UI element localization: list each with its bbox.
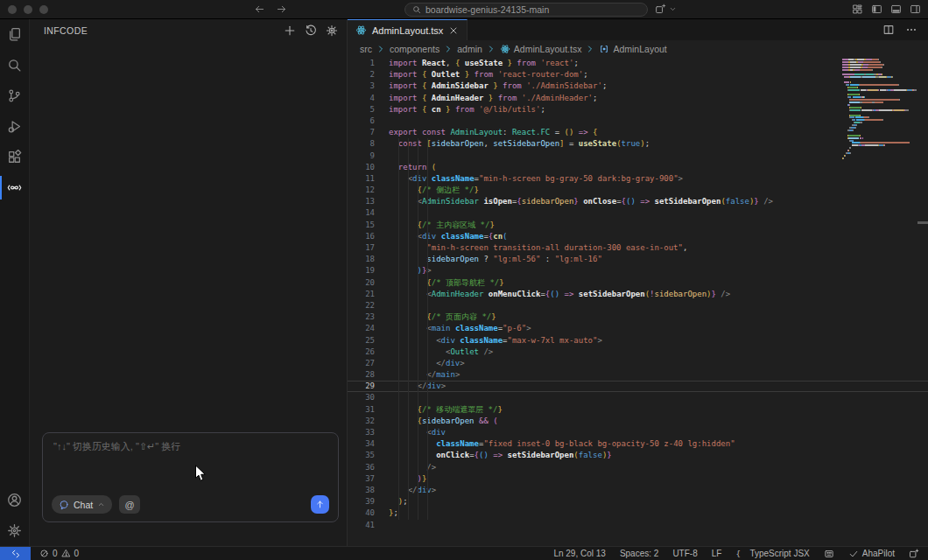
status-item[interactable]: [824, 549, 834, 559]
code-line: 21 <AdminHeader onMenuClick={() => setSi…: [348, 289, 928, 300]
problems-status[interactable]: 0 0: [31, 549, 88, 558]
chat-mode-label: Chat: [74, 500, 93, 510]
activity-item-source-control[interactable]: [0, 80, 29, 111]
code-line: 25 <div className="max-w-7xl mx-auto">: [348, 335, 928, 346]
new-chat-icon[interactable]: [284, 24, 296, 37]
sidebar-header: INFCODE: [30, 19, 347, 42]
workbench: INFCODE Chat @: [0, 19, 928, 546]
status-item-ln-29-col-13[interactable]: Ln 29, Col 13: [553, 549, 606, 558]
breadcrumb-item[interactable]: AdminLayout.tsx: [500, 44, 582, 54]
line-number: 38: [348, 485, 375, 496]
status-bar: 0 0 Ln 29, Col 13Spaces: 2UTF-8LF{ }Type…: [0, 546, 928, 560]
code-line: 3import { AdminSidebar } from './AdminSi…: [348, 80, 928, 92]
breadcrumb-item[interactable]: admin: [457, 44, 482, 54]
code-line: 29 </div>: [348, 381, 928, 392]
search-value: boardwise-genius-24135-main: [425, 4, 549, 15]
tab-label: AdminLayout.tsx: [372, 25, 443, 36]
code-line: 15 {/* 主内容区域 */}: [348, 220, 928, 231]
line-number: 33: [348, 427, 375, 438]
code-line: 5import { cn } from '@/lib/utils';: [348, 104, 928, 116]
back-icon[interactable]: [254, 4, 265, 15]
code-line: 23 {/* 页面内容 */}: [348, 312, 928, 323]
line-number: 27: [348, 358, 375, 369]
command-center-search[interactable]: boardwise-genius-24135-main: [404, 3, 648, 17]
code-line: 12 {/* 侧边栏 */}: [348, 185, 928, 196]
mention-button[interactable]: @: [119, 495, 140, 514]
chevron-right-icon: [486, 44, 496, 54]
minimize-window-button[interactable]: [24, 5, 32, 14]
status-item-spaces-2[interactable]: Spaces: 2: [620, 549, 658, 558]
activity-item-infcode[interactable]: [0, 172, 29, 203]
activity-item-explorer[interactable]: [0, 19, 29, 50]
activity-item-run-debug[interactable]: [0, 111, 29, 142]
code-editor[interactable]: 1import React, { useState } from 'react'…: [348, 58, 928, 546]
minimap[interactable]: [842, 59, 919, 163]
line-number: 11: [348, 173, 375, 185]
line-number: 35: [348, 450, 375, 461]
customize-layout-icon[interactable]: [852, 4, 863, 15]
breadcrumb: srccomponentsadminAdminLayout.tsxAdminLa…: [348, 40, 928, 58]
chat-mode-dropdown[interactable]: Chat: [52, 495, 112, 514]
toggle-sidebar-icon[interactable]: [871, 4, 882, 15]
close-tab-icon[interactable]: [448, 25, 459, 36]
code-line: 30: [348, 392, 928, 403]
tab-adminlayout[interactable]: AdminLayout.tsx: [348, 19, 468, 40]
error-icon: [39, 549, 49, 558]
chat-input[interactable]: [53, 440, 327, 480]
line-number: 12: [348, 185, 375, 196]
status-item-ahapilot[interactable]: AhaPilot: [848, 549, 895, 559]
history-icon[interactable]: [305, 24, 317, 37]
code-line: 33 <div: [348, 427, 928, 438]
breadcrumb-item[interactable]: src: [360, 44, 372, 54]
toggle-panel-icon[interactable]: [890, 4, 902, 15]
remote-indicator[interactable]: [0, 547, 31, 560]
settings-icon[interactable]: [326, 24, 338, 37]
activity-bar-bottom: [0, 485, 29, 546]
chevron-down-icon[interactable]: [669, 5, 677, 13]
breadcrumb-item[interactable]: AdminLayout: [599, 44, 666, 54]
status-item-typescript-jsx[interactable]: { }TypeScript JSX: [735, 549, 809, 559]
status-item-utf-8[interactable]: UTF-8: [672, 549, 697, 558]
chevron-up-icon: [97, 500, 105, 508]
activity-item-search[interactable]: [0, 50, 29, 80]
status-item-lf[interactable]: LF: [712, 549, 722, 558]
code-line: 13 <AdminSidebar isOpen={sidebarOpen} on…: [348, 196, 928, 207]
line-number: 34: [348, 438, 375, 450]
zoom-window-button[interactable]: [39, 5, 48, 14]
source-control-icon: [7, 88, 22, 103]
code-line: 26 <Outlet />: [348, 346, 928, 358]
extensions-icon: [7, 150, 22, 164]
more-actions-icon[interactable]: [905, 24, 917, 36]
remote-window-icon[interactable]: [655, 4, 666, 15]
code-line: 32 {sidebarOpen && (: [348, 416, 928, 427]
traffic-lights: [0, 5, 61, 14]
line-number: 2: [348, 69, 375, 80]
line-number: 29: [348, 381, 375, 392]
breadcrumb-item[interactable]: components: [390, 44, 439, 54]
chevron-right-icon: [443, 44, 453, 54]
code-line: 11 <div className="min-h-screen bg-gray-…: [348, 173, 928, 185]
code-line: 38 </div>: [348, 485, 928, 496]
code-line: 17 "min-h-screen transition-all duration…: [348, 242, 928, 254]
activity-item-settings[interactable]: [0, 515, 29, 546]
line-number: 31: [348, 404, 375, 416]
at-icon: @: [125, 500, 135, 510]
close-window-button[interactable]: [8, 5, 17, 14]
forward-icon[interactable]: [276, 4, 287, 15]
status-item[interactable]: [909, 549, 919, 559]
code-line: 35 onClick={() => setSidebarOpen(false)}: [348, 450, 928, 461]
toggle-secondary-sidebar-icon[interactable]: [910, 4, 921, 15]
send-button[interactable]: [311, 495, 329, 514]
activity-bar: [0, 19, 30, 546]
remote-icon: [11, 549, 21, 559]
line-number: 3: [348, 80, 375, 92]
line-number: 39: [348, 496, 375, 508]
split-editor-icon[interactable]: [882, 24, 895, 36]
code-line: 16 <div className={cn(: [348, 231, 928, 242]
line-number: 30: [348, 392, 375, 403]
activity-item-extensions[interactable]: [0, 142, 29, 172]
code-line: 41: [348, 520, 928, 531]
line-number: 37: [348, 473, 375, 485]
activity-item-account[interactable]: [0, 485, 29, 515]
line-number: 4: [348, 93, 375, 104]
